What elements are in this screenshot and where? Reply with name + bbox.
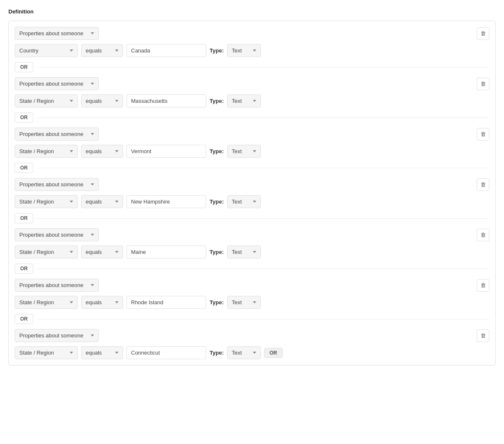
or-button-1[interactable]: OR [15,62,33,72]
rule-header: Properties about someone 🗑 [15,228,489,241]
trash-icon-1: 🗑 [480,30,486,37]
type-value-2: Text [232,98,242,104]
type-label-text-3: Type: [210,148,224,154]
rule-header: Properties about someone 🗑 [15,178,489,191]
properties-chevron-5 [91,234,94,236]
rule-header: Properties about someone 🗑 [15,329,489,342]
value-input-4[interactable] [126,195,206,208]
properties-label-1: Properties about someone [19,30,83,37]
type-select-5[interactable]: Text [227,246,261,259]
operator-select-6[interactable]: equals [81,296,123,309]
or-button-6[interactable]: OR [15,314,33,324]
operator-label-2: equals [86,98,102,104]
field-label-4: State / Region [19,198,54,205]
type-value-3: Text [232,148,242,154]
or-divider-6: OR [15,314,489,324]
properties-select-1[interactable]: Properties about someone [15,27,99,40]
type-label-text-1: Type: [210,47,224,54]
or-divider-line-3 [37,168,489,168]
operator-select-4[interactable]: equals [81,195,123,208]
field-chevron-1 [70,50,73,52]
field-select-3[interactable]: State / Region [15,145,78,158]
type-label-text-5: Type: [210,249,224,255]
type-chevron-6 [253,301,256,303]
type-label-text-7: Type: [210,350,224,356]
rule-conditions-6: State / Region equals Type: Text [15,296,489,309]
value-input-2[interactable] [126,94,206,107]
type-select-3[interactable]: Text [227,145,261,158]
or-divider-2: OR [15,112,489,123]
operator-chevron-4 [115,201,118,203]
rule-block: Properties about someone 🗑 State / Regio… [15,178,489,208]
delete-button-1[interactable]: 🗑 [477,27,489,40]
type-chevron-5 [253,251,256,253]
type-chevron-7 [253,352,256,354]
rule-group: Properties about someone 🗑 Country equal… [8,21,496,366]
or-button-3[interactable]: OR [15,163,33,173]
delete-button-5[interactable]: 🗑 [477,229,489,241]
properties-select-6[interactable]: Properties about someone [15,279,99,292]
rule-header: Properties about someone 🗑 [15,77,489,90]
field-label-7: State / Region [19,350,54,356]
operator-select-5[interactable]: equals [81,246,123,259]
rule-block: Properties about someone 🗑 State / Regio… [15,228,489,259]
type-select-6[interactable]: Text [227,296,261,309]
properties-select-7[interactable]: Properties about someone [15,329,99,342]
rule-conditions-7: State / Region equals Type: Text OR [15,346,489,359]
field-select-5[interactable]: State / Region [15,246,78,259]
operator-label-1: equals [86,47,102,54]
delete-button-7[interactable]: 🗑 [477,329,489,342]
properties-label-6: Properties about someone [19,282,83,288]
field-select-6[interactable]: State / Region [15,296,78,309]
rule-header-left: Properties about someone [15,279,99,292]
properties-select-5[interactable]: Properties about someone [15,228,99,241]
trash-icon-5: 🗑 [480,232,486,238]
properties-select-4[interactable]: Properties about someone [15,178,99,191]
type-select-4[interactable]: Text [227,195,261,208]
or-divider-3: OR [15,163,489,173]
field-chevron-3 [70,150,73,152]
operator-select-3[interactable]: equals [81,145,123,158]
type-select-7[interactable]: Text [227,346,261,359]
or-button-2[interactable]: OR [15,112,33,123]
or-button-4[interactable]: OR [15,213,33,223]
field-select-4[interactable]: State / Region [15,195,78,208]
value-input-3[interactable] [126,145,206,158]
value-input-1[interactable] [126,44,206,57]
properties-label-2: Properties about someone [19,81,83,87]
properties-chevron-2 [91,83,94,85]
delete-button-4[interactable]: 🗑 [477,178,489,191]
trash-icon-2: 🗑 [480,81,486,87]
value-input-5[interactable] [126,246,206,259]
type-select-2[interactable]: Text [227,94,261,107]
properties-label-5: Properties about someone [19,232,83,238]
trash-icon-7: 🗑 [480,332,486,339]
field-select-2[interactable]: State / Region [15,94,78,107]
operator-label-3: equals [86,148,102,154]
field-select-7[interactable]: State / Region [15,346,78,359]
rule-block: Properties about someone 🗑 State / Regio… [15,279,489,309]
or-divider-line-2 [37,118,489,118]
rule-conditions-3: State / Region equals Type: Text [15,145,489,158]
type-value-7: Text [232,350,242,356]
field-label-5: State / Region [19,249,54,255]
or-inline-button-7[interactable]: OR [264,348,283,358]
operator-select-7[interactable]: equals [81,346,123,359]
definition-title: Definition [8,8,496,15]
operator-select-2[interactable]: equals [81,94,123,107]
properties-select-2[interactable]: Properties about someone [15,77,99,90]
or-button-5[interactable]: OR [15,264,33,274]
delete-button-3[interactable]: 🗑 [477,128,489,141]
field-select-1[interactable]: Country [15,44,78,57]
field-label-2: State / Region [19,98,54,104]
field-chevron-2 [70,100,73,102]
properties-select-3[interactable]: Properties about someone [15,128,99,141]
trash-icon-6: 🗑 [480,282,486,288]
value-input-7[interactable] [126,346,206,359]
delete-button-2[interactable]: 🗑 [477,78,489,90]
operator-select-1[interactable]: equals [81,44,123,57]
type-select-1[interactable]: Text [227,44,261,57]
rule-header-left: Properties about someone [15,178,99,191]
delete-button-6[interactable]: 🗑 [477,279,489,292]
value-input-6[interactable] [126,296,206,309]
